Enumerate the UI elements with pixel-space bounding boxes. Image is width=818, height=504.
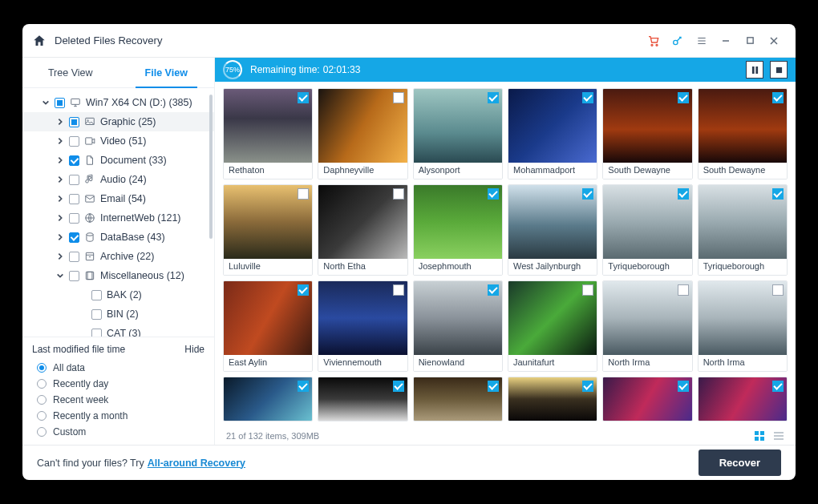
thumbnail-card[interactable]: Tyriqueborough — [698, 184, 788, 276]
tree-node[interactable]: Audio (24) — [22, 170, 214, 189]
thumbnail-card[interactable]: South Dewayne — [602, 88, 692, 179]
tree-node[interactable]: Miscellaneous (12) — [22, 266, 214, 285]
filter-option[interactable]: Recently a month — [32, 408, 204, 424]
stop-button[interactable] — [770, 61, 788, 79]
thumbnail-card[interactable]: South Dewayne — [698, 88, 788, 179]
checkbox[interactable] — [91, 329, 102, 337]
thumbnail-checkbox[interactable] — [393, 284, 404, 296]
thumbnail-checkbox[interactable] — [582, 381, 593, 392]
thumbnail-card[interactable]: Mohammadport — [508, 88, 597, 179]
minimize-button[interactable] — [714, 29, 738, 53]
radio[interactable] — [37, 395, 47, 405]
expand-icon[interactable] — [42, 99, 50, 107]
expand-icon[interactable] — [56, 233, 64, 241]
thumbnail-checkbox[interactable] — [393, 381, 404, 392]
radio[interactable] — [37, 411, 47, 421]
pause-button[interactable] — [746, 61, 763, 79]
thumbnail-checkbox[interactable] — [298, 284, 309, 296]
thumbnail-checkbox[interactable] — [678, 188, 689, 200]
thumbnail-card[interactable]: Viviennemouth — [318, 280, 407, 372]
thumbnail-checkbox[interactable] — [298, 381, 309, 392]
expand-icon[interactable] — [56, 214, 64, 222]
checkbox[interactable] — [69, 155, 79, 166]
thumbnail-card[interactable] — [698, 377, 788, 421]
thumbnail-card[interactable]: Josephmouth — [413, 184, 503, 276]
cart-button[interactable] — [642, 29, 666, 53]
thumbnail-checkbox[interactable] — [488, 92, 499, 103]
checkbox[interactable] — [55, 98, 65, 108]
radio[interactable] — [37, 427, 47, 437]
checkbox[interactable] — [91, 290, 102, 300]
tree-node[interactable]: CAT (3) — [22, 324, 214, 337]
expand-icon[interactable] — [56, 118, 64, 126]
thumbnail-card[interactable] — [318, 377, 407, 421]
thumbnail-card[interactable]: West Jailynburgh — [508, 184, 597, 276]
recover-button[interactable]: Recover — [699, 450, 781, 476]
checkbox[interactable] — [69, 136, 79, 147]
thumbnail-checkbox[interactable] — [772, 92, 784, 103]
tree-node[interactable]: DataBase (43) — [22, 228, 214, 247]
thumbnail-checkbox[interactable] — [582, 92, 593, 103]
tree-scrollbar[interactable] — [209, 95, 213, 239]
tab-tree-view[interactable]: Tree View — [22, 58, 119, 87]
thumbnail-card[interactable]: Tyriqueborough — [602, 184, 692, 276]
expand-icon[interactable] — [56, 252, 64, 260]
checkbox[interactable] — [69, 213, 79, 224]
radio[interactable] — [37, 379, 47, 389]
radio[interactable] — [37, 363, 47, 373]
home-icon[interactable] — [32, 34, 47, 48]
checkbox[interactable] — [69, 271, 79, 281]
filter-option[interactable]: All data — [32, 360, 204, 376]
tree-node[interactable]: InternetWeb (121) — [22, 208, 214, 228]
expand-icon[interactable] — [56, 195, 64, 203]
thumbnail-checkbox[interactable] — [772, 284, 784, 296]
thumbnail-checkbox[interactable] — [678, 92, 689, 103]
checkbox[interactable] — [69, 117, 79, 127]
thumbnail-card[interactable] — [602, 377, 692, 421]
menu-button[interactable] — [690, 29, 714, 53]
thumbnail-card[interactable]: Jaunitafurt — [508, 280, 597, 372]
thumbnail-checkbox[interactable] — [488, 381, 499, 392]
tree-node[interactable]: Email (54) — [22, 189, 214, 208]
checkbox[interactable] — [91, 309, 102, 320]
close-button[interactable] — [762, 29, 786, 53]
thumbnail-checkbox[interactable] — [772, 381, 784, 392]
thumbnail-card[interactable]: East Aylin — [223, 280, 313, 372]
tree-node[interactable]: BIN (2) — [22, 304, 214, 324]
thumbnail-card[interactable]: North Irma — [698, 280, 788, 372]
filter-option[interactable]: Recent week — [32, 392, 204, 408]
expand-icon[interactable] — [56, 272, 64, 280]
thumbnail-checkbox[interactable] — [488, 284, 499, 296]
tab-file-view[interactable]: File View — [119, 58, 215, 87]
thumbnail-card[interactable]: Nienowland — [413, 280, 503, 372]
tree-node[interactable]: Graphic (25) — [22, 112, 214, 131]
maximize-button[interactable] — [738, 29, 762, 53]
thumbnail-checkbox[interactable] — [298, 92, 309, 103]
tree-node[interactable]: Win7 X64 CN (D:) (385) — [22, 93, 214, 112]
thumbnail-checkbox[interactable] — [488, 188, 499, 200]
thumbnail-card[interactable]: Daphneyville — [318, 88, 407, 179]
filter-option[interactable]: Recently day — [32, 376, 204, 392]
footer-link[interactable]: All-around Recovery — [148, 458, 245, 469]
checkbox[interactable] — [69, 175, 79, 185]
checkbox[interactable] — [69, 194, 79, 204]
thumbnail-card[interactable]: Rethaton — [223, 88, 313, 179]
thumbnail-card[interactable]: North Irma — [602, 280, 692, 372]
thumbnail-checkbox[interactable] — [678, 284, 689, 296]
expand-icon[interactable] — [56, 175, 64, 183]
tree-node[interactable]: Archive (22) — [22, 247, 214, 266]
view-list-button[interactable] — [771, 429, 786, 443]
checkbox[interactable] — [69, 232, 79, 243]
thumbnail-checkbox[interactable] — [582, 188, 593, 200]
expand-icon[interactable] — [56, 137, 64, 145]
tree-node[interactable]: BAK (2) — [22, 285, 214, 304]
tree-node[interactable]: Video (51) — [22, 131, 214, 151]
thumbnail-checkbox[interactable] — [298, 188, 309, 200]
thumbnail-checkbox[interactable] — [678, 381, 689, 392]
thumbnail-checkbox[interactable] — [393, 92, 404, 103]
thumbnail-checkbox[interactable] — [582, 284, 593, 296]
tree-node[interactable]: Document (33) — [22, 151, 214, 170]
thumbnail-card[interactable]: Luluville — [223, 184, 313, 276]
filter-option[interactable]: Custom — [32, 424, 204, 440]
thumbnail-card[interactable] — [223, 377, 313, 421]
